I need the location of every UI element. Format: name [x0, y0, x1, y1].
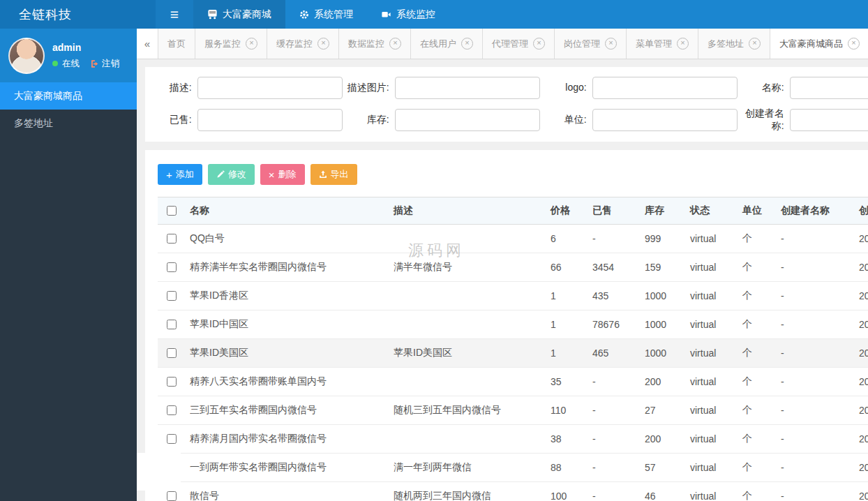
hamburger-menu-icon[interactable]: ≡ [156, 0, 193, 29]
column-header: 价格 [545, 197, 587, 225]
tab-close-icon[interactable]: × [246, 38, 257, 50]
table-row[interactable]: 散信号 随机两到三年国内微信 100 - 46 virtual 个 - 20 [158, 482, 868, 501]
delete-button[interactable]: × 删除 [260, 164, 305, 185]
search-row-2: 已售: 库存: 单位: 创建者名称: [145, 107, 868, 132]
search-input[interactable] [197, 109, 343, 131]
topbar-menu-item[interactable]: 系统监控 [367, 0, 449, 29]
table-row[interactable]: 一到两年带实名带圈国内微信号 满一年到两年微信 88 - 57 virtual … [158, 454, 868, 482]
tab-close-icon[interactable]: × [605, 38, 617, 50]
cell-stock: 46 [639, 482, 684, 501]
x-icon: × [269, 170, 275, 180]
cell-sold: - [587, 368, 639, 396]
row-checkbox[interactable] [167, 320, 177, 329]
search-input[interactable] [395, 109, 540, 131]
cell-creator: - [775, 396, 853, 425]
cell-name: 一到两年带实名带圈国内微信号 [184, 454, 388, 482]
tab-close-icon[interactable]: × [317, 38, 329, 50]
search-input[interactable] [790, 77, 868, 99]
table-row[interactable]: 精养满月国内带实名带圈微信号 38 - 200 virtual 个 - 20 [158, 425, 868, 454]
row-checkbox[interactable] [167, 434, 177, 444]
tab-close-icon[interactable]: × [677, 38, 689, 50]
cell-name: 散信号 [184, 482, 388, 501]
cell-status: virtual [684, 482, 737, 501]
toolbar: + 添加 修改 × 删除 [158, 164, 868, 185]
add-button[interactable]: + 添加 [158, 164, 202, 185]
row-checkbox[interactable] [167, 234, 177, 244]
table-row[interactable]: 苹果ID香港区 1 435 1000 virtual 个 - 20 [158, 282, 868, 311]
table-row[interactable]: 精养满半年实名带圈国内微信号 满半年微信号 66 3454 159 virtua… [158, 253, 868, 282]
table-row[interactable]: 苹果ID美国区 苹果ID美国区 1 465 1000 virtual 个 - 2… [158, 339, 868, 368]
select-all-cell [158, 197, 184, 225]
logout-icon [90, 59, 99, 68]
topbar-menu-item[interactable]: 系统管理 [285, 0, 367, 29]
edit-button[interactable]: 修改 [208, 164, 255, 185]
row-checkbox[interactable] [167, 491, 177, 501]
cell-name: 苹果ID美国区 [184, 339, 388, 368]
row-checkbox[interactable] [167, 262, 177, 272]
cell-status: virtual [684, 454, 737, 482]
cell-price: 1 [545, 282, 587, 311]
cell-creator: - [775, 454, 853, 482]
table-row[interactable]: 苹果ID中国区 1 78676 1000 virtual 个 - 20 [158, 311, 868, 339]
cell-desc [388, 225, 545, 253]
search-field: 描述图片: [343, 77, 540, 99]
tab[interactable]: 数据监控 × [339, 29, 411, 59]
cell-desc: 随机三到五年国内微信号 [388, 396, 545, 425]
tab[interactable]: 首页 [158, 29, 195, 59]
cell-stock: 999 [639, 225, 684, 253]
tab[interactable]: 在线用户 × [411, 29, 483, 59]
row-checkbox[interactable] [167, 291, 177, 301]
tab[interactable]: 菜单管理 × [627, 29, 698, 59]
tab-close-icon[interactable]: × [749, 38, 761, 50]
cell-name: 苹果ID中国区 [184, 311, 388, 339]
cell-creator: - [775, 482, 853, 501]
table-row[interactable]: 精养八天实名带圈带账单国内号 35 - 200 virtual 个 - 20 [158, 368, 868, 396]
search-input[interactable] [592, 109, 738, 131]
tab-label: 在线用户 [420, 38, 456, 50]
tab-label: 数据监控 [348, 38, 384, 50]
search-field-label: 名称: [738, 82, 784, 94]
sidebar-item[interactable]: 大富豪商城商品 [0, 82, 137, 110]
tab[interactable]: 服务监控 × [195, 29, 267, 59]
tab-close-icon[interactable]: × [461, 38, 473, 50]
cell-price: 88 [545, 454, 587, 482]
search-input[interactable] [197, 77, 343, 99]
search-input[interactable] [395, 77, 540, 99]
column-header: 名称 [184, 197, 388, 225]
search-field-label: 单位: [540, 114, 587, 126]
search-field-label: logo: [540, 82, 587, 94]
data-table: 名称描述价格已售库存状态单位创建者名称创 QQ白号 6 - 999 virtua… [158, 197, 868, 501]
row-checkbox[interactable] [167, 348, 177, 358]
tab-label: 服务监控 [204, 38, 241, 50]
collapse-tabs-button[interactable]: « [137, 29, 158, 59]
tab[interactable]: 多签地址 × [698, 29, 770, 59]
row-checkbox[interactable] [167, 377, 177, 387]
tab-label: 菜单管理 [636, 38, 672, 50]
cell-desc [388, 425, 545, 454]
cell-status: virtual [684, 253, 737, 282]
export-button[interactable]: 导出 [310, 164, 357, 185]
select-all-checkbox[interactable] [167, 206, 177, 216]
tab[interactable]: 岗位管理 × [555, 29, 627, 59]
tab-label: 大富豪商城商品 [779, 38, 843, 50]
logout-link[interactable]: 注销 [102, 58, 119, 70]
cell-unit: 个 [737, 282, 775, 311]
search-input[interactable] [790, 109, 868, 131]
tab[interactable]: 代理管理 × [483, 29, 555, 59]
topbar-menu-item[interactable]: 大富豪商城 [193, 0, 285, 29]
search-input[interactable] [592, 77, 738, 99]
tab-close-icon[interactable]: × [533, 38, 545, 50]
tab-close-icon[interactable]: × [389, 38, 401, 50]
cell-unit: 个 [737, 425, 775, 454]
brand-logo: 全链科技 [0, 0, 156, 29]
cell-sold: - [587, 482, 639, 501]
table-row[interactable]: 三到五年实名带圈国内微信号 随机三到五年国内微信号 110 - 27 virtu… [158, 396, 868, 425]
tab-label: 缓存监控 [276, 38, 313, 50]
tab[interactable]: 大富豪商城商品 × [770, 29, 868, 59]
table-row[interactable]: QQ白号 6 - 999 virtual 个 - 20 [158, 225, 868, 253]
tab-close-icon[interactable]: × [848, 38, 860, 50]
sidebar-item[interactable]: 多签地址 [0, 110, 137, 137]
cell-name: 精养八天实名带圈带账单国内号 [184, 368, 388, 396]
row-checkbox[interactable] [167, 405, 177, 415]
tab[interactable]: 缓存监控 × [267, 29, 339, 59]
